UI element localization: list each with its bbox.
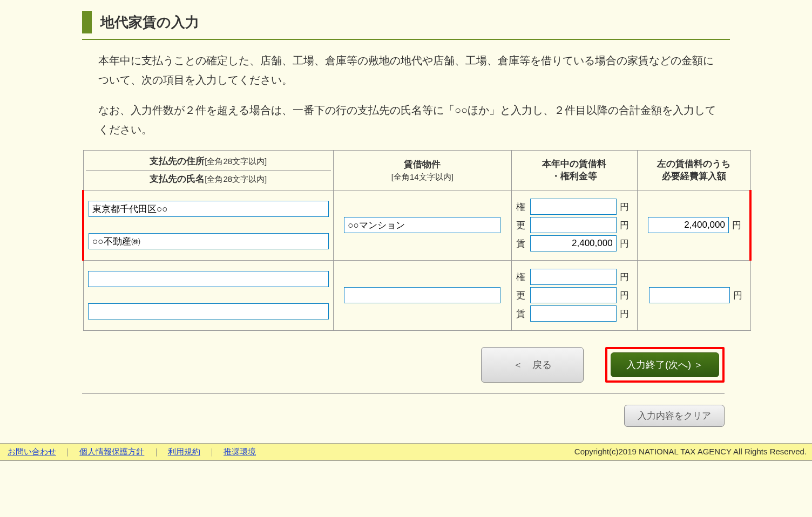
footer: お問い合わせ ｜ 個人情報保護方針 ｜ 利用規約 ｜ 推奨環境 Copyrigh…	[0, 443, 812, 461]
next-button[interactable]: 入力終了(次へ) ＞	[611, 352, 719, 377]
button-row: ＜ 戻る 入力終了(次へ) ＞	[82, 347, 725, 394]
fee-kou-input[interactable]	[530, 287, 617, 303]
next-button-highlight: 入力終了(次へ) ＞	[605, 347, 725, 383]
addr-input[interactable]	[88, 271, 329, 287]
footer-link-contact[interactable]: お問い合わせ	[8, 447, 56, 456]
title-accent-bar	[82, 11, 92, 33]
yen-unit: 円	[733, 289, 746, 302]
description-1: 本年中に支払うことの確定した、店舗、工場、倉庫等の敷地の地代や店舗、工場、倉庫等…	[98, 51, 719, 90]
fee-ken-input[interactable]	[530, 269, 617, 285]
fee-chin-input[interactable]	[530, 305, 617, 322]
footer-link-terms[interactable]: 利用規約	[168, 447, 200, 456]
yen-unit: 円	[620, 219, 633, 232]
clear-row: 入力内容をクリア	[82, 405, 725, 427]
name-input[interactable]	[89, 233, 329, 249]
th-fees: 本年中の賃借料 ・権利金等	[511, 151, 637, 191]
page-title: 地代家賃の入力	[100, 13, 199, 32]
th-property-note: [全角14文字以内]	[336, 171, 509, 182]
fee-ken-input[interactable]	[530, 199, 617, 215]
fee-ken-label: 権	[516, 201, 527, 213]
th-expense: 左の賃借料のうち 必要経費算入額	[637, 151, 750, 191]
footer-links: お問い合わせ ｜ 個人情報保護方針 ｜ 利用規約 ｜ 推奨環境	[5, 447, 258, 457]
footer-link-env[interactable]: 推奨環境	[224, 447, 256, 456]
name-input[interactable]	[88, 303, 329, 319]
th-property: 賃借物件	[336, 158, 509, 171]
th-addr: 支払先の住所	[150, 156, 205, 166]
yen-unit: 円	[620, 289, 633, 302]
property-input[interactable]	[344, 287, 500, 303]
yen-unit: 円	[620, 271, 633, 283]
th-name-note: [全角28文字以内]	[205, 174, 267, 183]
footer-copyright: Copyright(c)2019 NATIONAL TAX AGENCY All…	[574, 447, 807, 456]
back-button[interactable]: ＜ 戻る	[481, 347, 584, 383]
expense-input[interactable]	[648, 217, 729, 233]
yen-unit: 円	[732, 219, 745, 232]
th-name: 支払先の氏名	[150, 174, 205, 184]
fee-chin-input[interactable]	[530, 235, 617, 251]
fee-ken-label: 権	[516, 271, 527, 283]
page-title-row: 地代家賃の入力	[82, 11, 730, 40]
description-2: なお、入力件数が２件を超える場合は、一番下の行の支払先の氏名等に「○○ほか」と入…	[98, 100, 719, 139]
table-row: 権 円 更 円 賃 円	[83, 260, 750, 330]
th-addr-note: [全角28文字以内]	[205, 157, 267, 166]
fee-kou-label: 更	[516, 219, 527, 232]
footer-link-privacy[interactable]: 個人情報保護方針	[79, 447, 144, 456]
fee-chin-label: 賃	[516, 308, 527, 320]
rent-input-table: 支払先の住所[全角28文字以内] 支払先の氏名[全角28文字以内] 賃借物件 […	[82, 150, 752, 331]
yen-unit: 円	[620, 237, 633, 250]
table-row: 権 円 更 円 賃 円	[83, 190, 750, 260]
fee-kou-label: 更	[516, 289, 527, 302]
addr-input[interactable]	[89, 201, 329, 217]
expense-input[interactable]	[649, 287, 730, 303]
yen-unit: 円	[620, 201, 633, 213]
clear-button[interactable]: 入力内容をクリア	[624, 405, 725, 427]
yen-unit: 円	[620, 308, 633, 320]
fee-chin-label: 賃	[516, 237, 527, 250]
fee-kou-input[interactable]	[530, 217, 617, 233]
property-input[interactable]	[344, 217, 500, 233]
